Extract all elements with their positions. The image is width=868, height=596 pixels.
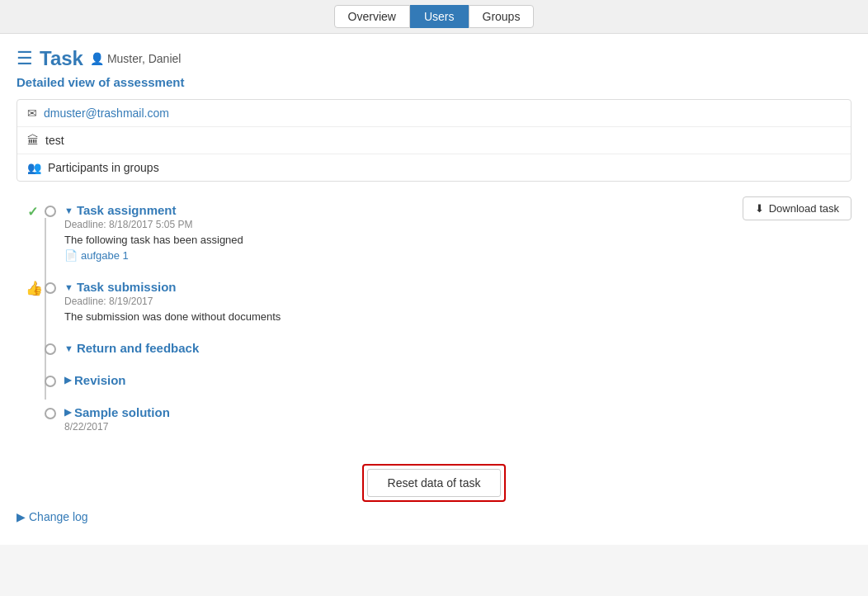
reset-task-button[interactable]: Reset data of task	[367, 469, 502, 497]
task-submission-toggle: ▼	[64, 282, 73, 292]
institution-name: test	[45, 134, 64, 147]
timeline-dot-5	[45, 408, 56, 419]
email-row: ✉ dmuster@trashmail.com	[17, 100, 851, 127]
sample-solution-title[interactable]: ▶ Sample solution	[64, 405, 170, 419]
file-icon: 📄	[64, 249, 78, 262]
return-feedback-title[interactable]: ▼ Return and feedback	[64, 341, 199, 355]
info-box: ✉ dmuster@trashmail.com 🏛 test 👥 Partici…	[17, 99, 851, 182]
tab-overview[interactable]: Overview	[334, 5, 410, 28]
participants-row: 👥 Participants in groups	[17, 154, 851, 181]
page-title: Task	[40, 47, 83, 70]
timeline-vertical-line	[45, 218, 46, 400]
thumb-icon: 👍	[26, 280, 43, 297]
return-feedback-toggle: ▼	[64, 343, 73, 353]
timeline-item-task-assignment: ✓ ▼ Task assignment Deadline: 8/18/2017 …	[56, 203, 851, 262]
email-icon: ✉	[27, 106, 37, 120]
tab-users[interactable]: Users	[410, 5, 469, 28]
task-assignment-body: The following task has been assigned	[64, 234, 243, 246]
sample-solution-deadline: 8/22/2017	[64, 421, 170, 433]
timeline-dot-3	[45, 343, 56, 355]
task-submission-content: ▼ Task submission Deadline: 8/19/2017 Th…	[56, 280, 281, 323]
return-feedback-content: ▼ Return and feedback	[56, 341, 199, 355]
timeline-item-sample-solution: ▶ Sample solution 8/22/2017	[56, 405, 851, 433]
user-info: 👤 Muster, Daniel	[90, 52, 181, 65]
check-icon: ✓	[27, 204, 38, 220]
timeline-dot-1	[45, 206, 56, 217]
user-icon: 👤	[90, 52, 104, 65]
email-link[interactable]: dmuster@trashmail.com	[44, 106, 169, 120]
timeline-item-return-feedback: ▼ Return and feedback	[56, 341, 851, 355]
task-assignment-title[interactable]: ▼ Task assignment	[64, 203, 243, 217]
institution-icon: 🏛	[27, 134, 39, 147]
timeline-dot-2	[45, 282, 56, 294]
revision-title[interactable]: ▶ Revision	[64, 373, 126, 387]
task-assignment-deadline: Deadline: 8/18/2017 5:05 PM	[64, 219, 243, 230]
timeline-item-revision: ▶ Revision	[56, 373, 851, 387]
sample-solution-toggle: ▶	[64, 407, 71, 418]
task-submission-title[interactable]: ▼ Task submission	[64, 280, 281, 294]
participants-icon: 👥	[27, 161, 41, 174]
task-assignment-content: ▼ Task assignment Deadline: 8/18/2017 5:…	[56, 203, 243, 262]
timeline-item-task-submission: 👍 ▼ Task submission Deadline: 8/19/2017 …	[56, 280, 851, 323]
top-navigation: Overview Users Groups	[0, 0, 868, 34]
tab-groups[interactable]: Groups	[469, 5, 535, 28]
reset-area: Reset data of task	[17, 464, 851, 502]
task-list-icon: ☰	[17, 48, 33, 69]
page-header: ☰ Task 👤 Muster, Daniel	[17, 47, 851, 70]
participants-label: Participants in groups	[48, 161, 159, 174]
main-content: ☰ Task 👤 Muster, Daniel Detailed view of…	[0, 34, 868, 545]
task-assignment-file-link[interactable]: 📄 aufgabe 1	[64, 249, 243, 262]
reset-box: Reset data of task	[362, 464, 507, 502]
sample-solution-content: ▶ Sample solution 8/22/2017	[56, 405, 170, 433]
timeline-dot-4	[45, 376, 56, 387]
changelog-arrow-icon: ▶	[17, 510, 26, 523]
timeline: ⬇ Download task ✓ ▼ Task assignment Dead…	[17, 196, 851, 447]
revision-content: ▶ Revision	[56, 373, 126, 387]
changelog-label: Change log	[29, 510, 88, 523]
user-name: Muster, Daniel	[107, 52, 181, 65]
task-submission-body: The submission was done without document…	[64, 310, 281, 323]
task-assignment-toggle: ▼	[64, 206, 73, 215]
page-subtitle: Detailed view of assessment	[17, 75, 851, 89]
task-submission-deadline: Deadline: 8/19/2017	[64, 296, 281, 307]
revision-toggle: ▶	[64, 375, 71, 386]
institution-row: 🏛 test	[17, 127, 851, 154]
changelog-link[interactable]: ▶ Change log	[17, 510, 851, 532]
